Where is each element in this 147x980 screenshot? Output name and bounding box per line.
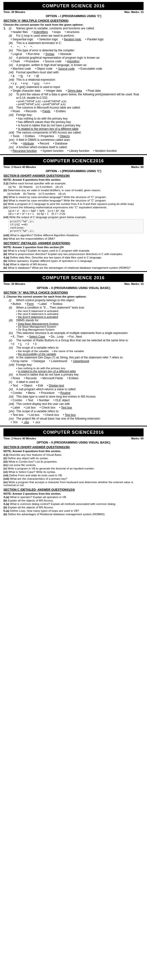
vb-q1-vi-row: (vi) The scope of a variable refers to: [3,346,144,349]
opt-src: • Source code [43,60,61,63]
vb-opt-dbms3: • De Bug Management System [16,328,144,331]
vb-opt-rows: • Rows [11,377,20,380]
opt-ent: • Entities [54,110,66,113]
vb-opt-txb: • Text box [59,406,72,409]
opt2: • Indentifiers [32,30,48,34]
opt-comma: • , [11,45,13,48]
q1-x-blank [3,93,9,100]
vb-page4-q2viii: (viii) What are the characteristics of a… [3,477,144,480]
q1-v-options: • Chart • Procedure • Source code • Algo… [11,60,144,63]
vb-q1-xv-blank [3,417,9,420]
page1-time: Time: 20 Minutes [3,11,25,13]
q1-iii-blank [3,41,9,45]
vb-opt-proc: • Procedure [39,391,54,395]
vb-q1-xiii-row: (xiii) This control display text the use… [3,402,144,406]
vb-q1-ix-row: (ix) is found in tables that do not have… [3,373,144,376]
opt-exe: • Executable code [79,67,102,70]
q1-vi-blank [3,63,9,67]
opt-abs: • Absolute [58,52,72,56]
q1-xii-options: • has nothing to do with the primary key… [16,117,144,130]
vb-q1-ii-blank [3,306,9,309]
vb-q1-vii-blank [3,356,9,359]
vb-opt-form: • Form [25,302,34,305]
vb-page4-q2ii: (ii) Define any object with its syntax. [3,457,144,460]
vb-q1-iv-text: This selection structure is an example o… [16,331,144,335]
q1-iv-row: (iv) This type of error is detected by t… [3,49,144,52]
opt-flds: • Fields [41,110,51,113]
q1-xi-text: The columns in Microsoft Access table ar… [16,106,144,109]
q1-iv-text: This type of error is detected by the co… [16,49,144,52]
opt-db: • Database [53,142,68,145]
vb-q1-xiv-row: (xiv) The scope of a variable refers to: [3,410,144,413]
opt-semi: • ; [18,45,20,48]
q1-ii-text: For () loop is used when we need to perf… [16,34,144,37]
q1-iii-text: This is a statement terminator in C: [16,41,144,45]
opt-xy3: • x<y; [32,82,40,85]
q1-xv-blank [3,145,9,149]
opt-iter-fn: • Iteration function [93,149,117,153]
page3-block: COMPUTER SCIENCE 2016 Time: 20 Minutes M… [0,272,147,426]
vb-opt-disp: • Display text [47,384,64,387]
opt-mach: • Machine code [11,67,31,70]
q1-ix-roman: (ix) [9,85,16,89]
page2-meta: Time: 2 Hours 40 Minutes Marks: 60 [3,165,144,169]
vb-opt-txt2: • Text [26,399,33,402]
vb-q1-xv-row: (xv) The project file of visual basic ha… [3,417,144,420]
vb-opt-2: • 2 [26,342,29,346]
vb-q1-viii-text: Foreign key: [16,363,144,366]
q1-vii-text: Format specifiers must start with: [16,71,144,74]
vb-q1-viii-blank [3,363,9,366]
page4-marks: Marks: 60 [131,437,144,440]
page2-sec-c-note: NOTE: Answer 2 question from this sectio… [3,246,144,249]
vb-opt-lb3: • List box [27,413,40,417]
vb-q1-v-options: • 0 • 1 • 2 • 3 [11,342,144,346]
opt-xy1: • x y; [11,82,17,85]
q1-xv-options: • Recursive function • System function •… [11,149,144,153]
page2-b-q2vi: (vi) Convert the following mathematical … [3,206,144,209]
page2-c-q3a: (a) What is a loop? Explain its types us… [3,249,144,252]
vb-q1-xv-roman: (xv) [9,417,16,420]
vb-q1-x-text: A label is used to: [16,380,144,383]
q1-x-options: • printf ("%f/%lf",a,b); • printf("%lf/%… [16,100,144,106]
vb-page4-c-q5a: 5.(a) Define Loop. How many types of loo… [3,509,144,512]
q1-x-roman: (x) [9,93,16,100]
vb-opt-lbl2: • Label [11,406,20,409]
vb-q1-ix-roman: (ix) [9,373,16,376]
q1-vi-options: • Machine code • Object code • Source co… [11,67,144,70]
part-a: (a) %c [8,185,16,188]
q1-xi-roman: (xi) [9,106,16,109]
opt-fk3: • is found in tables that do not have a … [16,124,144,127]
vb-opt-ifthen: • If...Then [11,335,24,339]
vb-opt-dbms1: • Data Base Management System [16,322,144,325]
vb-q1-x-row: (x) A label is used to: [3,380,144,383]
page2-b-q2i: 2.(i) Define each format specifier with … [3,182,144,185]
vb-page4-c-q3a-label: 3.(a) What is operator? Explain all oper… [3,496,144,498]
page2-b-q2v: (v) Write a program in C language to pri… [3,202,144,205]
opt-proc: • Procedure [24,60,39,63]
opt3: • loops [52,30,61,34]
vb-opt-txb2: • Text box [11,413,24,417]
q1-x-row: (x) To print the values of %lf a data is… [3,93,144,100]
q1-xiv-blank [3,138,9,142]
opt-prop: • Properties [39,134,54,138]
opt-flt: • Float data [86,89,101,92]
opt-sel: • Selection logic [37,38,58,41]
q1-viii-blank [3,78,9,81]
q1-xv-row: (xv) A function which invokes itself is … [3,145,144,149]
vb-q1-ii-options: • the next If statement is activated • t… [16,310,144,318]
part-d: (d) y/s [56,185,63,188]
vb-q1-iv-roman: (iv) [9,331,16,335]
vb-q1-iv-options: • If...Then • Select Case • Do...Loop • … [11,335,144,339]
vb-page4-c-q4b: (b) Explain all the objects of MS Access… [3,506,144,509]
q1-iv-roman: (iv) [9,49,16,52]
page2-b-q2ii-note: (a) Include (b) Twenty (c) 5-numbers (d)… [7,192,144,195]
q1-vi-roman: (vi) [9,63,16,67]
opt-algo: • Algorithm [66,60,80,63]
opt-int: • Integer data [44,89,62,92]
vb-q1-xii-row: (xii) This data type is used to store lo… [3,395,144,398]
vb-q1-v-blank [3,339,9,342]
vb-q1-xiv-roman: (xiv) [9,410,16,413]
page2-c-q3b: (b) What is preprocessor directive? Expl… [3,253,144,256]
page1-meta: Time: 20 Minutes Max. Marks: 15 [3,10,144,14]
vb-opt-fornext: • For...Next [67,335,82,339]
